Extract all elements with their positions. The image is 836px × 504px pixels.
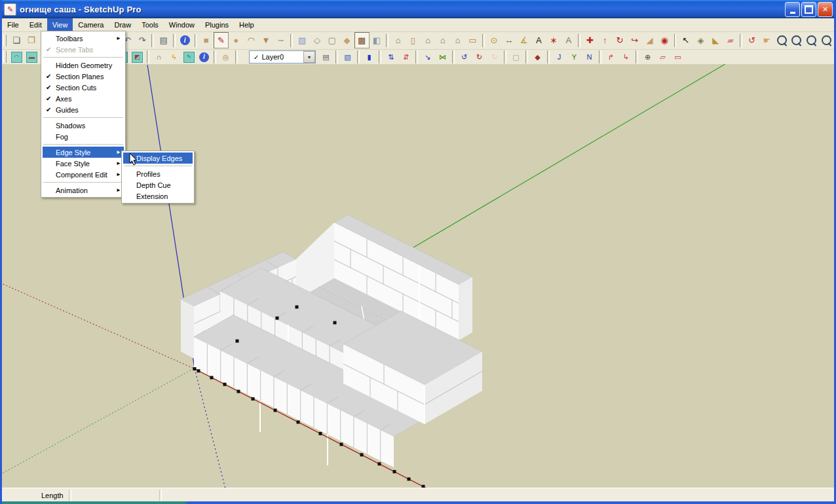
sandbox-flip-edge[interactable]: ◩ <box>130 50 145 64</box>
3d-text-tool[interactable]: A <box>561 32 576 48</box>
menu-file[interactable]: File <box>2 18 24 31</box>
rotate-tool[interactable]: ↻ <box>613 32 628 48</box>
move-tool[interactable]: ✚ <box>582 32 598 48</box>
plugin-vector-y-button[interactable]: Y <box>567 50 582 64</box>
menu-item-depth-cue[interactable]: Depth Cue <box>123 179 193 190</box>
redo-button[interactable]: ↷ <box>135 32 150 48</box>
close-button[interactable]: ✕ <box>818 2 833 17</box>
layer-manager-button[interactable]: ▤ <box>318 50 333 64</box>
new-file-button[interactable]: ❏ <box>9 32 24 48</box>
drawing-viewport[interactable] <box>2 64 834 488</box>
plugin-curve-red[interactable]: ↻ <box>472 50 487 64</box>
menu-draw[interactable]: Draw <box>109 18 136 31</box>
zoom-extents-tool[interactable] <box>804 32 819 48</box>
menu-tools[interactable]: Tools <box>136 18 164 31</box>
plugin-joint-j-button[interactable]: J <box>552 50 567 64</box>
print-button[interactable]: ▤ <box>156 32 171 48</box>
paint-bucket-tool[interactable]: ◣ <box>708 32 723 48</box>
tape-measure-tool[interactable]: ⊙ <box>487 32 502 48</box>
circle-tool[interactable]: ● <box>229 32 244 48</box>
menu-item-fog[interactable]: Fog <box>43 131 124 142</box>
text-tool[interactable]: A <box>531 32 546 48</box>
model-canvas[interactable] <box>2 64 834 488</box>
plugin-curve-pink[interactable]: ↻ <box>487 50 502 64</box>
menu-window[interactable]: Window <box>164 18 200 31</box>
select-tool[interactable]: ↖ <box>678 32 693 48</box>
menu-item-hidden-geometry[interactable]: Hidden Geometry <box>43 60 124 71</box>
title-bar[interactable]: ✎ огнище саша - SketchUp Pro ✕ <box>0 0 836 18</box>
display-section-cuts-button[interactable]: ▭ <box>670 50 685 64</box>
menu-item-section-cuts[interactable]: ✔Section Cuts <box>43 82 124 93</box>
follow-ring-tool[interactable]: ◎ <box>218 50 233 64</box>
monochrome-mode-button[interactable]: ◧ <box>370 32 385 48</box>
arch-tool[interactable]: ∩ <box>151 50 166 64</box>
model-info-button[interactable]: i <box>178 32 193 48</box>
plugin-updown-blue[interactable]: ⇅ <box>383 50 398 64</box>
menu-item-profiles[interactable]: Profiles <box>123 168 193 179</box>
plugin-bar-button[interactable]: ▮ <box>362 50 377 64</box>
menu-item-component-edit[interactable]: Component Edit► <box>43 169 124 180</box>
shaded-textures-mode-button[interactable]: ▩ <box>354 32 370 48</box>
plugin-diagonal-arrow[interactable]: ↘ <box>420 50 435 64</box>
menu-edit[interactable]: Edit <box>24 18 47 31</box>
menu-item-face-style[interactable]: Face Style► <box>43 158 124 169</box>
line-tool[interactable]: ✎ <box>214 32 229 48</box>
menu-item-display-edges[interactable]: Display Edges <box>123 153 193 164</box>
follow-me-tool[interactable]: ↪ <box>627 32 642 48</box>
scale-tool[interactable]: ◢ <box>642 32 657 48</box>
push-pull-tool[interactable]: ↑ <box>598 32 613 48</box>
polygon-tool[interactable]: ▼ <box>258 32 273 48</box>
toolbar-drag-handle[interactable] <box>3 51 7 63</box>
menu-item-animation[interactable]: Animation► <box>43 185 124 196</box>
menu-camera[interactable]: Camera <box>73 18 109 31</box>
plugin-normal-n-button[interactable]: N <box>582 50 597 64</box>
xray-mode-button[interactable]: ▨ <box>295 32 310 48</box>
menu-item-edge-style[interactable]: Edge Style► <box>43 147 124 158</box>
toolbar-drag-handle[interactable] <box>3 35 7 46</box>
wireframe-mode-button[interactable]: ◇ <box>310 32 325 48</box>
arc-tool[interactable]: ◠ <box>244 32 259 48</box>
offset-tool[interactable]: ◉ <box>657 32 672 48</box>
edit-tool-button[interactable]: ✎ <box>181 50 197 64</box>
menu-item-section-planes[interactable]: ✔Section Planes <box>43 71 124 82</box>
menu-item-shadows[interactable]: Shadows <box>43 120 124 131</box>
hidden-line-mode-button[interactable]: ▢ <box>324 32 339 48</box>
measurements-box[interactable] <box>73 490 158 501</box>
plugin-curl-1-button[interactable]: ↱ <box>603 50 618 64</box>
view-top-button[interactable]: ▯ <box>406 32 421 48</box>
layer-combobox[interactable]: ✓Layer0▼ <box>249 50 316 63</box>
plugin-flip-x[interactable]: ⋈ <box>435 50 450 64</box>
make-component-button[interactable]: ◈ <box>693 32 708 48</box>
previous-view-tool[interactable] <box>819 32 834 48</box>
color-by-layer-button[interactable]: ▧ <box>340 50 355 64</box>
freehand-tool[interactable]: ∼ <box>273 32 288 48</box>
plugin-shape-button[interactable]: ◆ <box>530 50 545 64</box>
menu-plugins[interactable]: Plugins <box>200 18 234 31</box>
eraser-tool[interactable]: ▰ <box>723 32 738 48</box>
menu-item-toolbars[interactable]: Toolbars► <box>43 33 124 44</box>
minimize-button[interactable] <box>785 2 800 17</box>
menu-item-extension[interactable]: Extension <box>123 190 193 202</box>
plugin-curve-blue[interactable]: ↺ <box>457 50 472 64</box>
plugin-curl-2-button[interactable]: ↳ <box>618 50 634 64</box>
sandbox-from-contours[interactable]: ◠ <box>9 50 24 64</box>
view-left-button[interactable]: ▭ <box>465 32 480 48</box>
menu-item-guides[interactable]: ✔Guides <box>43 104 124 115</box>
view-back-button[interactable]: ⌂ <box>450 32 465 48</box>
layer-dropdown-arrow[interactable]: ▼ <box>303 51 315 63</box>
menu-view[interactable]: View <box>47 18 73 31</box>
maximize-button[interactable] <box>801 2 816 17</box>
plugin-box-button[interactable]: ▢ <box>508 50 523 64</box>
view-iso-button[interactable]: ⌂ <box>390 32 406 48</box>
section-plane-tool[interactable]: ⊕ <box>640 50 655 64</box>
zoom-window-tool[interactable] <box>789 32 805 48</box>
info-tool-button[interactable]: i <box>197 50 212 64</box>
display-section-planes-button[interactable]: ▱ <box>655 50 670 64</box>
axes-tool[interactable]: ∗ <box>546 32 561 48</box>
dimension-tool[interactable]: ↔ <box>501 32 516 48</box>
menu-item-axes[interactable]: ✔Axes <box>43 93 124 104</box>
open-file-button[interactable]: ❐ <box>24 32 39 48</box>
zoom-tool[interactable] <box>774 32 789 48</box>
orbit-tool[interactable]: ↺ <box>744 32 759 48</box>
protractor-tool[interactable]: ∡ <box>516 32 531 48</box>
